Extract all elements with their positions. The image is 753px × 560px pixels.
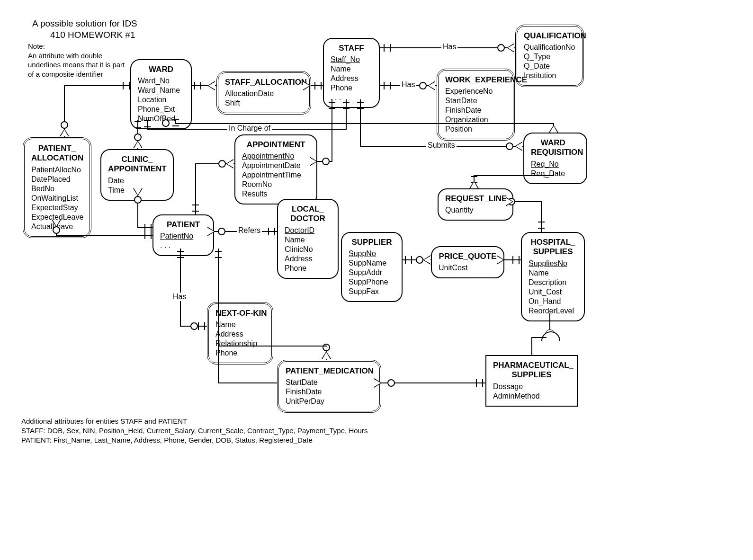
ring (497, 44, 505, 52)
footer-patient: PATIENT: First_Name, Last_Name, Address,… (21, 436, 313, 445)
ring (218, 160, 226, 168)
crow (207, 227, 215, 236)
one-mark (144, 224, 152, 231)
edge (381, 382, 485, 383)
edge (531, 337, 532, 355)
one-mark (144, 231, 152, 239)
one-mark (192, 204, 199, 212)
entity-work-experience: WORK_EXPERIENCE ExperienceNo StartDate F… (437, 69, 515, 141)
rel-has-wexp: Has (400, 80, 416, 89)
crow (133, 188, 143, 196)
ring (416, 256, 423, 264)
crow (303, 81, 311, 90)
title-line2: 410 HOMEWORK #1 (50, 29, 135, 41)
er-diagram: A possible solution for IDS 410 HOMEWORK… (0, 0, 753, 560)
crow (60, 129, 69, 136)
entity-local-doctor: LOCAL_ DOCTOR DoctorID Name ClinicNo Add… (277, 199, 339, 279)
ring (190, 322, 198, 330)
edge (180, 249, 181, 327)
entity-appointment: APPOINTMENT AppointmentNo AppointmentDat… (234, 134, 317, 204)
one-mark (538, 222, 545, 229)
one-mark (144, 120, 151, 127)
entity-ward-requisition: WARD_ REQUISITION Req_No Req_Date (523, 133, 587, 184)
ring (419, 82, 427, 89)
ring (387, 379, 395, 387)
entity-request-line: REQUEST_LINE Quantity (438, 188, 513, 221)
title-line1: A possible solution for IDS (32, 18, 137, 30)
entity-ward: WARD Ward_No Ward_Name Location Phone_Ex… (130, 59, 192, 129)
ring (506, 142, 513, 150)
edge (218, 382, 277, 383)
edge (64, 85, 130, 86)
edge (218, 249, 219, 383)
subtype-arc (541, 331, 560, 341)
ring (323, 344, 330, 351)
entity-next-of-kin: NEXT-OF-KIN Name Address Relationship Ph… (207, 302, 273, 364)
edge (513, 201, 542, 202)
one-mark (384, 44, 391, 52)
crow (428, 81, 435, 90)
crow (322, 351, 331, 359)
one-mark (329, 102, 335, 109)
rel-has-nok: Has (171, 293, 188, 301)
edge (553, 171, 554, 176)
crow (497, 255, 504, 265)
edge (195, 163, 196, 189)
one-mark (343, 102, 350, 109)
one-mark (198, 322, 205, 330)
entity-staff-allocation: STAFF_ALLOCATION AllocationDate Shift (216, 71, 311, 115)
edge (218, 346, 327, 347)
staff-name: STAFF (331, 44, 372, 53)
note-text: Note: An attribute with double underline… (28, 42, 132, 79)
ring (134, 133, 142, 141)
entity-pharmaceutical-supplies: PHARMACEUTICAL_ SUPPLIES Dossage AdminMe… (485, 355, 578, 407)
one-mark (476, 379, 483, 387)
rel-has-qual: Has (441, 43, 457, 51)
one-mark (357, 102, 364, 109)
one-mark (384, 82, 391, 89)
edge (175, 123, 554, 124)
one-mark (134, 121, 141, 128)
crow (207, 81, 215, 90)
ring (53, 226, 60, 234)
edge (549, 313, 550, 331)
ward-name: WARD (138, 65, 184, 74)
crow (133, 141, 143, 148)
entity-supplier: SUPPLIER SuppNo SuppName SuppAddr SuppPh… (341, 232, 403, 302)
ring (162, 119, 170, 127)
ring (322, 158, 330, 165)
entity-hospital-supplies: HOSPITAL_ SUPPLIES SuppliesNo Name Descr… (521, 232, 585, 321)
rel-submits: Submits (426, 141, 457, 150)
crow (469, 181, 479, 188)
ring (134, 196, 142, 204)
edge (56, 235, 152, 236)
crow (423, 255, 430, 265)
crow (515, 142, 522, 151)
entity-patient: PATIENT PatientNo . . . (152, 214, 214, 256)
one-mark (268, 228, 275, 235)
rel-refers: Refers (237, 226, 262, 235)
entity-price-quote: PRICE_QUOTE UnitCost (431, 246, 504, 278)
crow (549, 125, 558, 133)
crow (226, 159, 233, 169)
one-mark (512, 256, 520, 264)
one-mark (177, 251, 184, 258)
crow (310, 157, 317, 166)
staff-alloc-name: STAFF_ALLOCATION (225, 78, 303, 87)
crow (374, 378, 382, 388)
entity-patient-medication: PATIENT_MEDICATION StartDate FinishDate … (277, 360, 381, 413)
entity-staff: STAFF Staff_No Name Address Phone . . . (323, 38, 380, 108)
one-mark (123, 82, 130, 89)
one-mark (405, 256, 412, 264)
one-mark (215, 251, 222, 258)
edge (531, 337, 547, 338)
footer-title: Additional attributes for entities STAFF… (21, 417, 187, 426)
one-mark (194, 82, 201, 89)
crow (507, 43, 514, 53)
crow (506, 197, 513, 206)
one-mark (314, 82, 322, 89)
ring (218, 228, 225, 235)
rel-in-charge: In Charge of (227, 124, 272, 133)
footer-staff: STAFF: DOB, Sex, NIN, Position_Held, Cur… (21, 426, 368, 436)
ring (61, 121, 68, 129)
